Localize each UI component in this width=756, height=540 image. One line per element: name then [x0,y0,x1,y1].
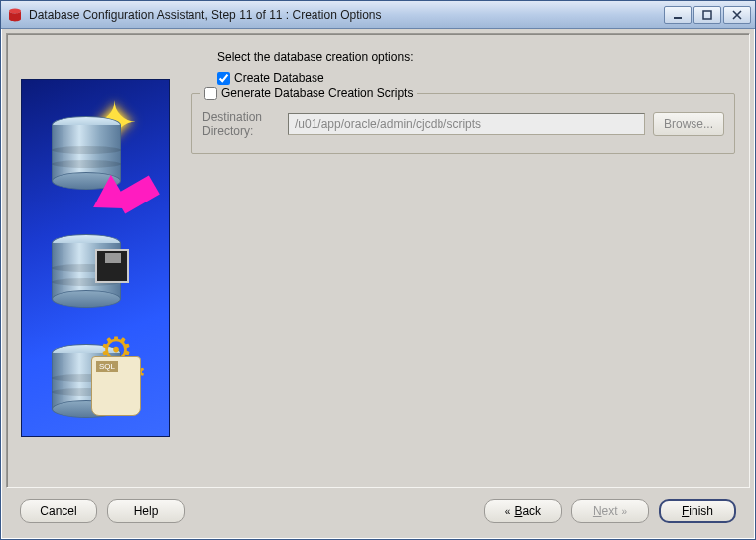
wizard-side-image: ✦ ⚙ [21,79,170,437]
create-database-label: Create Database [234,71,324,85]
generate-scripts-legend[interactable]: Generate Database Creation Scripts [200,86,417,100]
chevron-right-icon: » [622,506,628,517]
svg-rect-2 [703,11,711,19]
finish-button[interactable]: Finish [659,499,736,523]
browse-button[interactable]: Browse... [653,112,724,136]
minimize-button[interactable] [664,6,692,24]
svg-rect-1 [674,17,682,19]
sql-script-icon [91,356,141,416]
generate-scripts-checkbox[interactable] [204,87,217,100]
dialog-window: Database Configuration Assistant, Step 1… [0,0,756,540]
maximize-button[interactable] [693,6,721,24]
app-icon [7,7,23,23]
create-database-option[interactable]: Create Database [217,71,735,85]
destination-directory-input[interactable] [288,113,645,135]
client-area: ✦ ⚙ [1,29,755,539]
next-button[interactable]: Next » [571,499,649,523]
main-panel: Select the database creation options: Cr… [188,48,735,473]
generate-scripts-label: Generate Database Creation Scripts [221,86,413,100]
window-controls [664,6,751,24]
create-database-checkbox[interactable] [217,72,230,85]
chevron-left-icon: « [505,506,511,517]
destination-directory-label: Destination Directory: [202,110,280,139]
titlebar[interactable]: Database Configuration Assistant, Step 1… [1,1,755,29]
window-title: Database Configuration Assistant, Step 1… [29,8,664,22]
help-button[interactable]: Help [107,499,185,523]
cancel-button[interactable]: Cancel [20,499,97,523]
back-button[interactable]: « Back [484,499,562,523]
svg-point-0 [9,8,21,13]
close-button[interactable] [723,6,751,24]
content-frame: ✦ ⚙ [6,33,750,488]
wizard-footer: Cancel Help « Back Next » Finish [6,488,750,534]
floppy-disk-icon [95,249,129,283]
generate-scripts-group: Generate Database Creation Scripts Desti… [191,93,735,154]
instruction-text: Select the database creation options: [217,50,735,64]
